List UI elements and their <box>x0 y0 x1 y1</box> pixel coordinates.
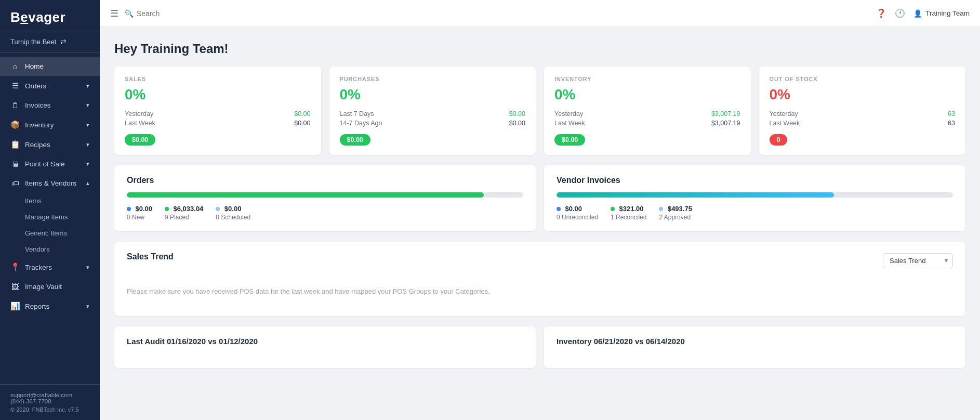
sidebar-sub-item-manage-items[interactable]: Manage Items <box>0 209 100 225</box>
stat-row-lastweek-inventory: Last Week $3,007.19 <box>554 120 740 127</box>
sidebar-item-pos[interactable]: 🖥 Point of Sale ▾ <box>0 154 100 174</box>
sidebar-item-trackers[interactable]: 📍 Trackers ▾ <box>0 257 100 277</box>
help-icon[interactable]: ❓ <box>876 8 886 18</box>
store-switch-icon: ⇄ <box>60 37 67 46</box>
bottom-row: Last Audit 01/16/2020 vs 01/12/2020 Inve… <box>114 326 965 368</box>
search-area: 🔍 <box>125 9 870 18</box>
stat-row-yesterday-oos: Yesterday 63 <box>770 110 956 117</box>
sidebar-item-recipes[interactable]: 📋 Recipes ▾ <box>0 135 100 154</box>
store-name: Turnip the Beet <box>10 38 56 46</box>
stat-label-sales: SALES <box>125 76 311 82</box>
stat-badge-inventory: $0.00 <box>554 134 585 146</box>
clock-icon[interactable]: 🕐 <box>895 8 905 18</box>
sidebar-item-home[interactable]: ⌂ Home <box>0 57 100 76</box>
dot-new-icon <box>127 207 131 211</box>
sidebar-item-reports[interactable]: 📊 Reports ▾ <box>0 296 100 316</box>
search-input[interactable] <box>137 9 241 18</box>
sidebar-item-inventory[interactable]: 📦 Inventory ▾ <box>0 115 100 135</box>
copyright: © 2020, FNBTech Inc. v7.5 <box>10 406 89 413</box>
chevron-pos-icon: ▾ <box>86 161 89 167</box>
nav-label-invoices: Invoices <box>25 101 51 109</box>
middle-row: Orders $0.00 0 New $ <box>114 165 965 231</box>
chevron-items-vendors-icon: ▴ <box>86 180 89 187</box>
orders-stat-new: $0.00 0 New <box>127 205 152 221</box>
stat-row-label: Last Week <box>554 120 585 127</box>
stat-row-label: Last 7 Days <box>340 110 374 117</box>
chevron-recipes-icon: ▾ <box>86 141 89 148</box>
orders-stat-new-value: $0.00 <box>135 205 152 213</box>
chevron-inventory-icon: ▾ <box>86 122 89 128</box>
sidebar: Bevager Turnip the Beet ⇄ ⌂ Home ☰ Order… <box>0 0 100 420</box>
sales-trend-title: Sales Trend <box>127 252 174 261</box>
stat-row-val: $3,007.19 <box>711 110 740 117</box>
home-icon: ⌂ <box>10 62 20 71</box>
recipes-icon: 📋 <box>10 140 20 149</box>
trackers-icon: 📍 <box>10 262 20 272</box>
sidebar-item-items-vendors[interactable]: 🏷 Items & Vendors ▴ <box>0 174 100 193</box>
stat-row-val: 63 <box>948 110 955 117</box>
orders-card-title: Orders <box>127 176 523 185</box>
items-vendors-icon: 🏷 <box>10 179 20 188</box>
sidebar-sub-item-vendors[interactable]: Vendors <box>0 241 100 257</box>
stat-row-val: 63 <box>948 120 955 127</box>
vendor-invoices-title: Vendor Invoices <box>557 176 953 185</box>
sidebar-item-orders[interactable]: ☰ Orders ▾ <box>0 76 100 96</box>
vendor-invoices-card: Vendor Invoices $0.00 0 Unreconciled <box>544 165 965 231</box>
stat-rows-inventory: Yesterday $3,007.19 Last Week $3,007.19 <box>554 110 740 127</box>
stat-value-sales: 0% <box>125 86 311 103</box>
vi-stat-approved-value: $493.75 <box>668 205 692 213</box>
inventory-comparison-title: Inventory 06/21/2020 vs 06/14/2020 <box>557 337 953 346</box>
orders-stat-placed-value: $6,033.04 <box>174 205 204 213</box>
vi-stat-approved-label: 2 Approved <box>659 214 692 221</box>
stat-label-inventory: INVENTORY <box>554 76 740 82</box>
vi-stat-approved: $493.75 2 Approved <box>659 205 692 221</box>
orders-progress-track <box>127 192 523 198</box>
sales-trend-header: Sales Trend Sales Trend Purchase Trend I… <box>127 252 953 269</box>
sidebar-item-image-vault[interactable]: 🖼 Image Vault <box>0 277 100 296</box>
stat-card-inventory: INVENTORY 0% Yesterday $3,007.19 Last We… <box>544 67 751 155</box>
invoices-icon: 🗒 <box>10 101 20 110</box>
stat-card-purchases: PURCHASES 0% Last 7 Days $0.00 14-7 Days… <box>329 67 536 155</box>
support-phone: (844) 367-7700 <box>10 398 89 404</box>
nav-label-home: Home <box>25 62 44 70</box>
chevron-orders-icon: ▾ <box>86 83 89 89</box>
inventory-comparison-card: Inventory 06/21/2020 vs 06/14/2020 <box>544 326 965 368</box>
stat-rows-out-of-stock: Yesterday 63 Last Week 63 <box>770 110 956 127</box>
stat-badge-purchases: $0.00 <box>340 134 370 146</box>
stat-card-out-of-stock: OUT OF STOCK 0% Yesterday 63 Last Week 6… <box>759 67 966 155</box>
sales-trend-dropdown-wrap: Sales Trend Purchase Trend Inventory Tre… <box>883 253 953 268</box>
orders-icon: ☰ <box>10 81 20 90</box>
user-menu[interactable]: 👤 Training Team <box>913 9 970 18</box>
stat-label-out-of-stock: OUT OF STOCK <box>770 76 956 82</box>
orders-stats: $0.00 0 New $6,033.04 9 Placed <box>127 205 523 221</box>
orders-stat-scheduled-label: 0 Scheduled <box>216 214 250 221</box>
nav-label-recipes: Recipes <box>25 141 50 149</box>
main-area: ☰ 🔍 ❓ 🕐 👤 Training Team Hey Training Tea… <box>100 0 980 420</box>
stat-value-out-of-stock: 0% <box>770 86 956 103</box>
hamburger-icon[interactable]: ☰ <box>110 8 118 19</box>
stat-value-purchases: 0% <box>340 86 526 103</box>
support-email: support@craftable.com <box>10 392 89 398</box>
orders-stat-scheduled: $0.00 0 Scheduled <box>216 205 250 221</box>
orders-stat-scheduled-value: $0.00 <box>224 205 242 213</box>
sub-item-label-manage-items: Manage Items <box>25 213 68 221</box>
sub-item-label-items: Items <box>25 197 42 205</box>
nav-label-trackers: Trackers <box>25 264 52 271</box>
vi-stat-reconciled-value: $321.00 <box>619 205 644 213</box>
sidebar-item-invoices[interactable]: 🗒 Invoices ▾ <box>0 96 100 115</box>
stat-row-label: 14-7 Days Ago <box>340 120 382 127</box>
stat-badge-out-of-stock: 0 <box>770 134 788 146</box>
nav-label-reports: Reports <box>25 303 49 310</box>
orders-card: Orders $0.00 0 New $ <box>114 165 536 231</box>
last-audit-title: Last Audit 01/16/2020 vs 01/12/2020 <box>127 337 523 346</box>
stat-row-label: Yesterday <box>125 110 153 117</box>
dot-scheduled-icon <box>216 207 220 211</box>
inventory-icon: 📦 <box>10 120 20 129</box>
sidebar-store[interactable]: Turnip the Beet ⇄ <box>0 31 100 52</box>
chevron-reports-icon: ▾ <box>86 303 89 310</box>
sales-trend-dropdown[interactable]: Sales Trend Purchase Trend Inventory Tre… <box>883 253 953 268</box>
sidebar-sub-item-items[interactable]: Items <box>0 193 100 209</box>
stat-row-14days-purchases: 14-7 Days Ago $0.00 <box>340 120 526 127</box>
sidebar-sub-item-generic-items[interactable]: Generic Items <box>0 225 100 241</box>
stat-rows-sales: Yesterday $0.00 Last Week $0.00 <box>125 110 311 127</box>
